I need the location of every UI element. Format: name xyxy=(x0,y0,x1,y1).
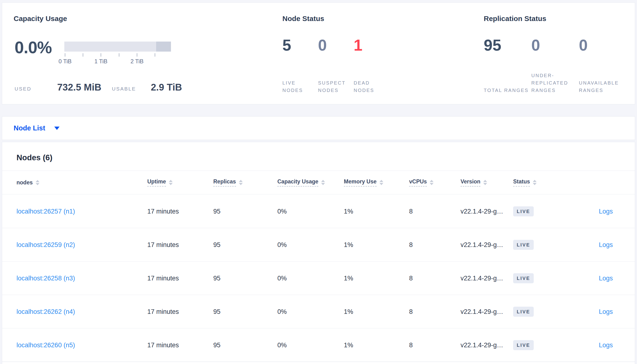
sort-icon[interactable] xyxy=(36,180,40,185)
under-replicated-stat: 0 UNDER-REPLICATED RANGES xyxy=(531,37,579,94)
live-nodes-label: LIVE NODES xyxy=(282,79,318,94)
under-replicated-count: 0 xyxy=(531,37,579,53)
memory-cell: 1% xyxy=(344,274,353,282)
node-list-dropdown[interactable]: Node List xyxy=(14,124,60,132)
sort-icon[interactable] xyxy=(239,180,243,185)
column-header-label: Version xyxy=(461,178,480,186)
column-header-capacity-usage[interactable]: Capacity Usage xyxy=(277,178,325,186)
uptime-cell: 17 minutes xyxy=(147,241,179,248)
table-header-row: nodes Uptime Replicas Capacity Usage Mem… xyxy=(2,170,635,194)
column-header-vcpus[interactable]: vCPUs xyxy=(409,178,434,186)
live-nodes-count: 5 xyxy=(282,37,318,53)
unavailable-ranges-label: UNAVAILABLE RANGES xyxy=(579,79,626,94)
status-cell: LIVE xyxy=(513,307,534,317)
version-cell: v22.1.4-29-g… xyxy=(461,241,503,248)
uptime-cell: 17 minutes xyxy=(147,341,179,349)
memory-cell: 1% xyxy=(344,208,353,215)
version-cell: v22.1.4-29-g… xyxy=(461,341,503,349)
node-status-title: Node Status xyxy=(282,14,324,23)
column-header-nodes[interactable]: nodes xyxy=(17,179,40,186)
status-cell: LIVE xyxy=(513,240,534,250)
caret-down-icon xyxy=(54,126,60,130)
nodes-table-card: Nodes (6) nodes Uptime Replicas Capacity… xyxy=(2,142,635,364)
cluster-summary-card: Capacity Usage 0.0% 0 TiB 1 TiB 2 TiB US… xyxy=(2,2,635,104)
replication-status-title: Replication Status xyxy=(484,14,546,23)
nodes-section-title: Nodes (6) xyxy=(17,153,52,162)
axis-tick-label: 0 TiB xyxy=(54,58,76,65)
under-replicated-label: UNDER-REPLICATED RANGES xyxy=(531,72,579,94)
axis-tick xyxy=(65,53,65,56)
capacity-cell: 0% xyxy=(277,308,287,315)
node-status-section: Node Status 5 LIVE NODES 0 SUSPECT NODES… xyxy=(282,3,464,104)
replicas-cell: 95 xyxy=(213,308,220,315)
replicas-cell: 95 xyxy=(213,274,220,282)
column-header-label: Capacity Usage xyxy=(277,178,318,186)
vcpus-cell: 8 xyxy=(409,241,413,248)
status-cell: LIVE xyxy=(513,206,534,216)
version-cell: v22.1.4-29-g… xyxy=(461,274,503,282)
sort-icon[interactable] xyxy=(483,180,487,185)
axis-tick-label: 1 TiB xyxy=(90,58,112,65)
capacity-cell: 0% xyxy=(277,208,287,215)
table-row: localhost:26260 (n5) 17 minutes 95 0% 1%… xyxy=(2,328,635,362)
uptime-cell: 17 minutes xyxy=(147,274,179,282)
status-badge: LIVE xyxy=(513,307,534,317)
column-header-memory-use[interactable]: Memory Use xyxy=(344,178,383,186)
axis-tick xyxy=(119,53,119,56)
memory-cell: 1% xyxy=(344,241,353,248)
logs-link[interactable]: Logs xyxy=(599,308,613,315)
node-link[interactable]: localhost:26257 (n1) xyxy=(17,208,75,215)
version-cell: v22.1.4-29-g… xyxy=(461,208,503,215)
node-link[interactable]: localhost:26259 (n2) xyxy=(17,241,75,248)
total-ranges-count: 95 xyxy=(484,37,531,53)
capacity-bar xyxy=(64,42,171,52)
capacity-usage-section: Capacity Usage 0.0% 0 TiB 1 TiB 2 TiB US… xyxy=(14,3,277,104)
sort-icon[interactable] xyxy=(430,180,434,185)
version-cell: v22.1.4-29-g… xyxy=(461,308,503,315)
status-cell: LIVE xyxy=(513,273,534,283)
total-ranges-stat: 95 TOTAL RANGES xyxy=(484,37,531,94)
status-badge: LIVE xyxy=(513,340,534,350)
column-header-replicas[interactable]: Replicas xyxy=(213,178,243,186)
unavailable-ranges-count: 0 xyxy=(579,37,626,53)
table-row: localhost:26262 (n4) 17 minutes 95 0% 1%… xyxy=(2,295,635,328)
status-badge: LIVE xyxy=(513,273,534,283)
axis-tick-label: 2 TiB xyxy=(126,58,148,65)
logs-link[interactable]: Logs xyxy=(599,241,613,248)
axis-tick xyxy=(101,53,101,56)
node-link[interactable]: localhost:26260 (n5) xyxy=(17,341,75,349)
sort-icon[interactable] xyxy=(533,180,537,185)
node-list-dropdown-label: Node List xyxy=(14,124,45,132)
replication-status-section: Replication Status 95 TOTAL RANGES 0 UND… xyxy=(484,3,637,104)
logs-link[interactable]: Logs xyxy=(599,274,613,282)
node-link[interactable]: localhost:26262 (n4) xyxy=(17,308,75,315)
table-row: localhost:26259 (n2) 17 minutes 95 0% 1%… xyxy=(2,228,635,262)
vcpus-cell: 8 xyxy=(409,308,413,315)
uptime-cell: 17 minutes xyxy=(147,308,179,315)
replicas-cell: 95 xyxy=(213,341,220,349)
sort-icon[interactable] xyxy=(321,180,325,185)
replicas-cell: 95 xyxy=(213,241,220,248)
capacity-cell: 0% xyxy=(277,274,287,282)
sort-icon[interactable] xyxy=(380,180,383,185)
status-cell: LIVE xyxy=(513,340,534,350)
column-header-uptime[interactable]: Uptime xyxy=(147,178,173,186)
capacity-cell: 0% xyxy=(277,241,287,248)
axis-tick xyxy=(155,53,155,56)
memory-cell: 1% xyxy=(344,341,353,349)
column-header-version[interactable]: Version xyxy=(461,178,487,186)
node-link[interactable]: localhost:26258 (n3) xyxy=(17,274,75,282)
dead-nodes-label: DEAD NODES xyxy=(354,79,389,94)
column-header-status[interactable]: Status xyxy=(513,178,537,186)
sort-icon[interactable] xyxy=(169,180,173,185)
replicas-cell: 95 xyxy=(213,208,220,215)
vcpus-cell: 8 xyxy=(409,208,413,215)
column-header-label: Uptime xyxy=(147,178,166,186)
dead-nodes-stat: 1 DEAD NODES xyxy=(354,37,389,94)
live-nodes-stat: 5 LIVE NODES xyxy=(282,37,318,94)
dead-nodes-count: 1 xyxy=(354,37,389,53)
logs-link[interactable]: Logs xyxy=(599,208,613,215)
view-selector-bar: Node List xyxy=(2,116,635,140)
total-ranges-label: TOTAL RANGES xyxy=(484,87,531,94)
logs-link[interactable]: Logs xyxy=(599,341,613,349)
